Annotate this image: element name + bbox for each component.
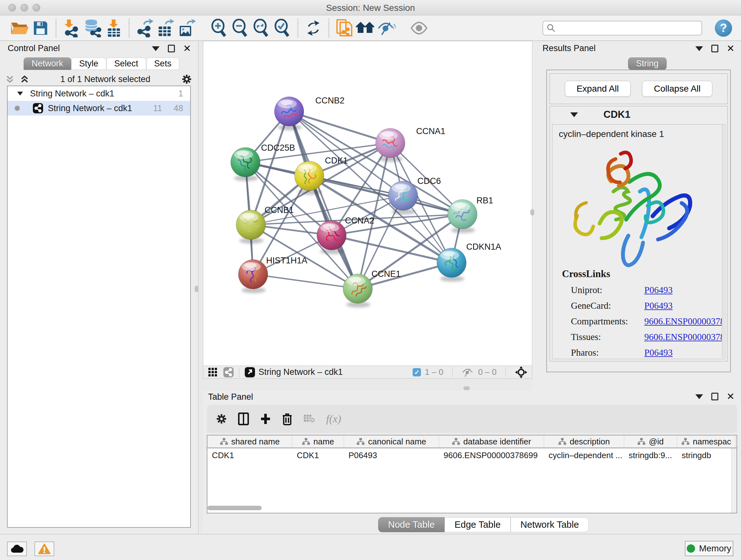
show-columns-icon[interactable] bbox=[238, 413, 249, 425]
memory-button[interactable]: Memory bbox=[685, 541, 733, 556]
zoom-fit-button[interactable] bbox=[251, 18, 272, 38]
network-edge[interactable] bbox=[289, 111, 390, 143]
crosslink-link[interactable]: P06493 bbox=[644, 348, 673, 358]
network-canvas[interactable]: CCNB2CCNA1CDC25BCDK1CDC6RB1CCNB1CCNA2CDK… bbox=[203, 41, 532, 366]
crosslink-link[interactable]: P06493 bbox=[644, 285, 673, 295]
export-image-button[interactable] bbox=[176, 18, 197, 38]
network-node-cdk1[interactable]: CDK1 bbox=[294, 156, 348, 195]
network-name: String Network – cdk1 bbox=[48, 104, 132, 113]
collapse-all-icon[interactable] bbox=[5, 74, 15, 84]
tab-string[interactable]: String bbox=[628, 57, 667, 70]
column-header--id[interactable]: @id bbox=[624, 435, 677, 448]
tab-network[interactable]: Network bbox=[23, 57, 71, 70]
column-header-shared-name[interactable]: shared name bbox=[207, 435, 292, 448]
node-label-rb1: RB1 bbox=[476, 196, 493, 205]
tab-network-table[interactable]: Network Table bbox=[511, 517, 589, 532]
network-node-ccna1[interactable]: CCNA1 bbox=[376, 126, 446, 162]
network-node-rb1[interactable]: RB1 bbox=[448, 196, 493, 233]
network-node-cdc25b[interactable]: CDC25B bbox=[231, 143, 295, 181]
first-neighbors-button[interactable] bbox=[355, 18, 376, 38]
zoom-in-button[interactable] bbox=[209, 18, 230, 38]
results-scrollbar[interactable] bbox=[722, 125, 726, 358]
show-all-button[interactable] bbox=[408, 18, 429, 38]
tab-select[interactable]: Select bbox=[106, 57, 146, 70]
network-icon-toggle[interactable] bbox=[223, 367, 234, 378]
network-node-ccnb1[interactable]: CCNB1 bbox=[236, 205, 294, 244]
zoom-selected-button[interactable] bbox=[272, 18, 293, 38]
apply-layout-button[interactable] bbox=[303, 18, 324, 38]
collapse-all-button[interactable]: Collapse All bbox=[642, 81, 712, 97]
crosslink-link[interactable]: 9606.ENSP00000378699 bbox=[644, 332, 725, 342]
grid-view-icon[interactable] bbox=[208, 367, 218, 377]
crosslink-link[interactable]: 9606.ENSP00000378699 bbox=[644, 316, 725, 327]
crosslink-link[interactable]: P06493 bbox=[644, 300, 673, 311]
table-cell[interactable]: cyclin–dependent ... bbox=[544, 448, 624, 462]
hide-selected-button[interactable] bbox=[376, 18, 397, 38]
table-cell[interactable]: 9606.ENSP00000378699 bbox=[439, 448, 544, 462]
import-table-file-button[interactable] bbox=[103, 18, 124, 38]
table-cell[interactable]: CDK1 bbox=[207, 448, 292, 462]
delete-column-trash-icon[interactable] bbox=[282, 413, 292, 425]
warnings-button[interactable] bbox=[35, 542, 54, 556]
close-panel-button[interactable]: ✕ bbox=[727, 45, 735, 52]
export-network-button[interactable] bbox=[134, 18, 155, 38]
panel-menu-icon[interactable] bbox=[695, 46, 703, 51]
table-cell[interactable]: stringdb bbox=[677, 448, 736, 462]
panel-menu-icon[interactable] bbox=[152, 46, 159, 51]
cloud-status-button[interactable] bbox=[7, 542, 27, 556]
expand-all-button[interactable]: Expand All bbox=[565, 81, 630, 97]
collection-expand-icon[interactable] bbox=[17, 91, 23, 96]
table-cell[interactable]: stringdb:9... bbox=[624, 448, 677, 462]
table-vertical-scrollbar[interactable] bbox=[731, 448, 737, 513]
table-cell[interactable]: CDK1 bbox=[292, 448, 344, 462]
section-expand-icon[interactable] bbox=[570, 112, 578, 117]
column-header-database-identifier[interactable]: database identifier bbox=[439, 435, 544, 448]
table-row[interactable]: CDK1CDK1P064939606.ENSP00000378699cyclin… bbox=[207, 448, 737, 462]
create-column-plus-icon[interactable] bbox=[260, 413, 271, 425]
tab-style[interactable]: Style bbox=[71, 57, 106, 70]
column-label: shared name bbox=[231, 437, 280, 447]
splitter-handle[interactable] bbox=[195, 286, 199, 292]
column-header-name[interactable]: name bbox=[292, 435, 344, 448]
table-horizontal-scrollbar[interactable] bbox=[207, 506, 262, 510]
column-header-description[interactable]: description bbox=[544, 435, 624, 448]
import-network-database-button[interactable] bbox=[82, 18, 103, 38]
help-button[interactable]: ? bbox=[715, 19, 732, 37]
network-from-selection-button[interactable] bbox=[334, 18, 355, 38]
network-edge[interactable] bbox=[253, 274, 358, 289]
birds-eye-crosshair-icon[interactable] bbox=[515, 366, 528, 379]
import-network-file-button[interactable] bbox=[61, 18, 82, 38]
close-panel-button[interactable]: ✕ bbox=[183, 45, 191, 52]
network-collection-row[interactable]: String Network – cdk1 1 bbox=[8, 86, 190, 101]
network-options-gear-icon[interactable] bbox=[181, 74, 192, 84]
splitter-handle[interactable] bbox=[530, 209, 534, 215]
selected-checkbox-icon[interactable]: ✓ bbox=[413, 368, 421, 376]
protein-structure-image bbox=[564, 147, 714, 268]
cdk1-section-header[interactable]: CDK1 bbox=[550, 106, 727, 123]
tab-node-table[interactable]: Node Table bbox=[378, 517, 445, 532]
column-header-namespac[interactable]: namespac bbox=[677, 435, 736, 448]
table-cell[interactable]: P06493 bbox=[344, 448, 439, 462]
save-session-button[interactable] bbox=[30, 18, 51, 38]
tab-edge-table[interactable]: Edge Table bbox=[445, 517, 511, 532]
network-node-cdkn1a[interactable]: CDKN1A bbox=[437, 242, 501, 282]
network-node-hist1h1a[interactable]: HIST1H1A bbox=[239, 256, 307, 293]
float-panel-button[interactable] bbox=[168, 45, 175, 52]
float-panel-button[interactable] bbox=[711, 393, 718, 400]
zoom-out-button[interactable] bbox=[230, 18, 251, 38]
float-panel-button[interactable] bbox=[711, 45, 718, 52]
search-input[interactable] bbox=[556, 23, 693, 33]
network-node-cdc6[interactable]: CDC6 bbox=[388, 176, 441, 214]
export-table-button[interactable] bbox=[155, 18, 176, 38]
network-edge[interactable] bbox=[332, 235, 452, 263]
column-header-canonical-name[interactable]: canonical name bbox=[344, 435, 439, 448]
open-session-button[interactable] bbox=[9, 18, 30, 38]
table-options-gear-icon[interactable] bbox=[216, 413, 227, 425]
network-row-selected[interactable]: String Network – cdk1 1148 bbox=[8, 101, 190, 116]
expand-all-icon[interactable] bbox=[20, 74, 29, 84]
panel-menu-icon[interactable] bbox=[695, 394, 703, 399]
splitter-handle[interactable] bbox=[463, 386, 470, 390]
tab-sets[interactable]: Sets bbox=[146, 57, 179, 70]
detach-view-icon[interactable] bbox=[245, 367, 255, 378]
close-panel-button[interactable]: ✕ bbox=[727, 393, 735, 400]
